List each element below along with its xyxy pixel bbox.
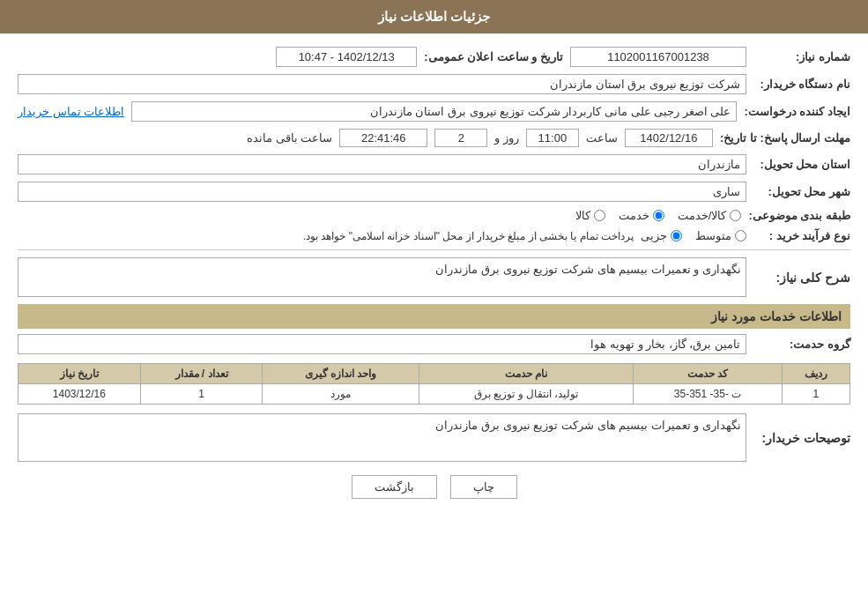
purchase-type-row: نوع فرآیند خرید : متوسط جزیی پرداخت تمام… xyxy=(18,229,850,242)
label-motavasset: متوسط xyxy=(695,229,731,242)
service-group-value: تامین برق، گاز، بخار و تهویه هوا xyxy=(18,334,746,354)
city-label: شهر محل تحویل: xyxy=(753,185,850,198)
col-header-code: کد حدمت xyxy=(634,364,782,384)
buyer-notes-label: توصیحات خریدار: xyxy=(753,431,850,445)
creator-label: ایجاد کننده درخواست: xyxy=(744,105,850,118)
deadline-row: مهلت ارسال پاسخ: تا تاریخ: 1402/12/16 سا… xyxy=(18,129,850,147)
category-kala: کالا xyxy=(575,209,605,222)
category-label: طبقه بندی موضوعی: xyxy=(748,209,850,222)
col-header-name: نام حدمت xyxy=(419,364,634,384)
table-header-row: ردیف کد حدمت نام حدمت واحد اندازه گیری ت… xyxy=(19,364,850,384)
purchase-type-label: نوع فرآیند خرید : xyxy=(753,229,850,242)
category-kala-khedmat: کالا/خدمت xyxy=(678,209,742,222)
number-value: 1102001167001238 xyxy=(570,47,746,67)
radio-jozi[interactable] xyxy=(671,230,682,241)
radio-khedmat[interactable] xyxy=(653,210,664,221)
deadline-remaining-label: ساعت باقی مانده xyxy=(247,131,332,145)
deadline-days: 2 xyxy=(434,129,487,147)
description-label: شرح کلی نیاز: xyxy=(753,271,850,285)
services-table-section: ردیف کد حدمت نام حدمت واحد اندازه گیری ت… xyxy=(18,363,850,405)
deadline-time-label: ساعت xyxy=(586,131,618,145)
province-row: استان محل تحویل: مازندران xyxy=(18,154,850,175)
radio-kala-khedmat[interactable] xyxy=(730,210,741,221)
category-radio-group: کالا/خدمت خدمت کالا xyxy=(575,209,742,222)
col-header-row: ردیف xyxy=(782,364,849,384)
label-jozi: جزیی xyxy=(641,229,667,242)
print-button[interactable]: چاپ xyxy=(450,475,517,499)
purchase-type-jozi: جزیی xyxy=(641,229,682,242)
cell-qty: 1 xyxy=(140,384,263,405)
page-header: جزئیات اطلاعات نیاز xyxy=(0,0,868,33)
buyer-value: شرکت توزیع نیروی برق استان مازندران xyxy=(18,74,746,94)
services-table: ردیف کد حدمت نام حدمت واحد اندازه گیری ت… xyxy=(18,363,850,405)
deadline-day-label: روز و xyxy=(494,131,519,145)
city-row: شهر محل تحویل: ساری xyxy=(18,182,850,202)
province-value: مازندران xyxy=(18,154,746,175)
category-khedmat: خدمت xyxy=(619,209,664,222)
buyer-row: نام دستگاه خریدار: شرکت توزیع نیروی برق … xyxy=(18,74,850,94)
table-row: 1 ت -35- 351-35 تولید، انتقال و توزیع بر… xyxy=(19,384,850,405)
description-value: نگهداری و تعمیرات بیسیم های شرکت توزیع ن… xyxy=(18,257,746,297)
divider-1 xyxy=(18,249,850,250)
col-header-unit: واحد اندازه گیری xyxy=(263,364,419,384)
label-kala: کالا xyxy=(575,209,590,222)
deadline-remaining: 22:41:46 xyxy=(339,129,427,147)
services-section-title: اطلاعات خدمات مورد نیاز xyxy=(18,304,850,329)
table-head: ردیف کد حدمت نام حدمت واحد اندازه گیری ت… xyxy=(19,364,850,384)
city-value: ساری xyxy=(18,182,746,202)
label-kala-khedmat: کالا/خدمت xyxy=(678,209,727,222)
page-wrapper: جزئیات اطلاعات نیاز شماره نیاز: 11020011… xyxy=(0,0,868,609)
cell-unit: مورد xyxy=(263,384,419,405)
cell-row: 1 xyxy=(782,384,849,405)
deadline-time: 11:00 xyxy=(526,129,579,147)
description-row: شرح کلی نیاز: نگهداری و تعمیرات بیسیم ها… xyxy=(18,257,850,297)
purchase-type-motavasset: متوسط xyxy=(695,229,746,242)
contact-link[interactable]: اطلاعات تماس خریدار xyxy=(18,105,124,118)
category-row: طبقه بندی موضوعی: کالا/خدمت خدمت کالا xyxy=(18,209,850,222)
back-button[interactable]: بازگشت xyxy=(352,475,437,499)
deadline-label: مهلت ارسال پاسخ: تا تاریخ: xyxy=(720,131,850,145)
col-header-qty: تعداد / مقدار xyxy=(140,364,263,384)
radio-motavasset[interactable] xyxy=(735,230,746,241)
buyer-label: نام دستگاه خریدار: xyxy=(753,78,850,91)
col-header-date: تاریخ نیاز xyxy=(19,364,141,384)
purchase-type-radio-group: متوسط جزیی xyxy=(641,229,746,242)
date-label: تاریخ و ساعت اعلان عمومی: xyxy=(424,50,563,63)
page-title: جزئیات اطلاعات نیاز xyxy=(378,9,490,24)
cell-name: تولید، انتقال و توزیع برق xyxy=(419,384,634,405)
buyer-notes-row: توصیحات خریدار: نگهداری و تعمیرات بیسیم … xyxy=(18,413,850,462)
creator-row: ایجاد کننده درخواست: علی اصغر رجبی علی م… xyxy=(18,101,850,122)
number-label: شماره نیاز: xyxy=(753,50,850,63)
cell-code: ت -35- 351-35 xyxy=(634,384,782,405)
radio-kala[interactable] xyxy=(594,210,605,221)
label-khedmat: خدمت xyxy=(619,209,649,222)
number-date-row: شماره نیاز: 1102001167001238 تاریخ و ساع… xyxy=(18,47,850,67)
deadline-date: 1402/12/16 xyxy=(625,129,713,147)
creator-value: علی اصغر رجبی علی مانی کاربردار شرکت توز… xyxy=(131,101,737,122)
cell-date: 1403/12/16 xyxy=(19,384,141,405)
buttons-row: چاپ بازگشت xyxy=(18,475,850,499)
service-group-row: گروه حدمت: تامین برق، گاز، بخار و تهویه … xyxy=(18,334,850,354)
date-value: 1402/12/13 - 10:47 xyxy=(276,47,417,67)
purchase-type-note: پرداخت تمام یا بخشی از مبلغ خریدار از مح… xyxy=(303,230,634,242)
buyer-notes-value: نگهداری و تعمیرات بیسیم های شرکت توزیع ن… xyxy=(18,413,746,462)
content-area: شماره نیاز: 1102001167001238 تاریخ و ساع… xyxy=(0,33,868,525)
province-label: استان محل تحویل: xyxy=(753,158,850,171)
table-body: 1 ت -35- 351-35 تولید، انتقال و توزیع بر… xyxy=(19,384,850,405)
service-group-label: گروه حدمت: xyxy=(753,338,850,351)
